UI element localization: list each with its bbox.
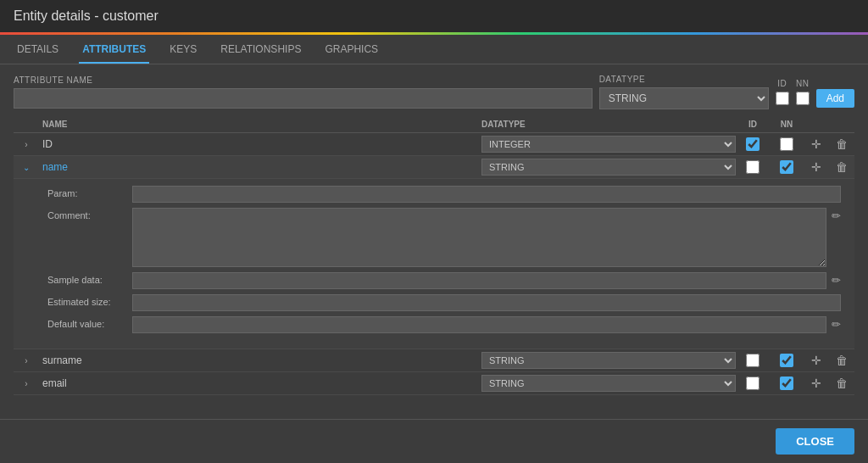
name-col-name: name	[39, 161, 481, 173]
row-email-nn-checkbox[interactable]	[780, 377, 793, 390]
col-datatype-header: DATATYPE	[481, 120, 736, 129]
expand-col-id: ›	[14, 140, 39, 149]
sample-data-row: Sample data: ✏	[47, 272, 841, 289]
move-btn-name[interactable]: ✛	[810, 159, 823, 176]
estimated-size-input[interactable]	[132, 294, 841, 311]
delete-btn-name[interactable]: 🗑	[834, 159, 849, 176]
nn-cb-email-row	[770, 377, 804, 390]
tab-attributes[interactable]: ATTRIBUTES	[79, 35, 149, 64]
nn-cb-surname-row	[770, 354, 804, 367]
expand-btn-surname[interactable]: ›	[25, 356, 27, 365]
move-btn-id[interactable]: ✛	[810, 136, 823, 153]
tab-keys[interactable]: KEYS	[166, 35, 200, 64]
comment-row: Comment: ✏	[47, 208, 841, 267]
row-name-id-checkbox[interactable]	[746, 160, 760, 174]
expand-col-surname: ›	[14, 356, 39, 365]
close-button[interactable]: CLOSE	[776, 428, 854, 455]
move-btn-surname[interactable]: ✛	[810, 352, 823, 369]
move-col-name: ✛	[804, 159, 829, 176]
tab-details[interactable]: DETAILS	[14, 35, 62, 64]
entity-details-dialog: Entity details - customer DETAILS ATTRIB…	[0, 0, 868, 463]
new-nn-checkbox[interactable]	[796, 92, 810, 105]
datatype-col-id: INTEGER STRING VARCHAR	[481, 136, 736, 153]
expand-panel-name: Param: Comment: ✏ Sample data: ✏ Estimat…	[14, 179, 854, 349]
row-id-id-checkbox[interactable]	[746, 137, 760, 151]
tab-graphics[interactable]: GRAPHICS	[321, 35, 381, 64]
datatype-group: DATATYPE STRING INTEGER VARCHAR BOOLEAN …	[599, 75, 769, 109]
delete-col-name: 🗑	[829, 159, 854, 176]
expand-btn-name[interactable]: ⌄	[23, 163, 30, 172]
add-attribute-button[interactable]: Add	[816, 89, 854, 108]
datatype-col-name: STRING INTEGER VARCHAR	[481, 159, 736, 176]
id-cb-id-row	[736, 137, 770, 151]
dialog-title: Entity details - customer	[0, 0, 868, 32]
row-id-nn-checkbox[interactable]	[780, 137, 793, 151]
col-actions1-header	[804, 120, 829, 129]
delete-btn-surname[interactable]: 🗑	[834, 352, 849, 369]
sample-data-input[interactable]	[132, 272, 826, 289]
estimated-size-row: Estimated size:	[47, 294, 841, 311]
table-row: › ID INTEGER STRING VARCHAR ✛ 🗑	[14, 133, 854, 156]
tabs-container: DETAILS ATTRIBUTES KEYS RELATIONSHIPS GR…	[0, 35, 868, 64]
comment-textarea[interactable]	[132, 208, 826, 267]
table-row: ⌄ name STRING INTEGER VARCHAR ✛ 🗑	[14, 156, 854, 179]
delete-col-surname: 🗑	[829, 352, 854, 369]
tab-relationships[interactable]: RELATIONSHIPS	[217, 35, 304, 64]
expand-btn-email[interactable]: ›	[25, 379, 27, 388]
id-cb-surname-row	[736, 354, 770, 367]
move-btn-email[interactable]: ✛	[810, 375, 823, 392]
name-col-id: ID	[39, 138, 481, 150]
datatype-col-surname: STRING INTEGER	[481, 352, 736, 369]
nn-label-top: NN	[796, 79, 809, 88]
col-nn-header: NN	[770, 120, 804, 129]
datatype-label-top: DATATYPE	[599, 75, 646, 84]
col-expand-header	[14, 120, 39, 129]
id-cb-name-row	[736, 160, 770, 174]
content-area: ATTRIBUTE NAME DATATYPE STRING INTEGER V…	[0, 64, 868, 419]
datatype-col-email: STRING INTEGER	[481, 375, 736, 392]
name-col-surname: surname	[39, 354, 481, 366]
dialog-footer: CLOSE	[0, 419, 868, 463]
name-col-email: email	[39, 377, 481, 389]
attribute-name-input[interactable]	[14, 88, 593, 109]
delete-col-email: 🗑	[829, 375, 854, 392]
param-label: Param:	[47, 186, 132, 198]
delete-btn-id[interactable]: 🗑	[834, 136, 849, 153]
nn-cb-id-row	[770, 137, 804, 151]
delete-col-id: 🗑	[829, 136, 854, 153]
nn-cb-name-row	[770, 160, 804, 174]
row-name-nn-checkbox[interactable]	[780, 160, 793, 174]
param-row: Param:	[47, 186, 841, 203]
expand-btn-id[interactable]: ›	[25, 140, 27, 149]
new-datatype-select[interactable]: STRING INTEGER VARCHAR BOOLEAN DATE FLOA…	[599, 87, 769, 109]
id-group: ID	[776, 79, 789, 105]
move-col-id: ✛	[804, 136, 829, 153]
row-id-datatype-select[interactable]: INTEGER STRING VARCHAR	[481, 136, 736, 153]
new-id-checkbox[interactable]	[776, 92, 789, 105]
row-email-id-checkbox[interactable]	[746, 377, 760, 390]
row-surname-datatype-select[interactable]: STRING INTEGER	[481, 352, 736, 369]
nn-group: NN	[796, 79, 810, 105]
expand-col-name: ⌄	[14, 163, 39, 172]
row-name-datatype-select[interactable]: STRING INTEGER VARCHAR	[481, 159, 736, 176]
param-input[interactable]	[132, 186, 841, 203]
row-surname-nn-checkbox[interactable]	[780, 354, 793, 367]
row-surname-id-checkbox[interactable]	[746, 354, 760, 367]
attr-name-group: ATTRIBUTE NAME	[14, 75, 593, 109]
expand-col-email: ›	[14, 379, 39, 388]
comment-edit-icon[interactable]: ✏	[832, 208, 841, 222]
col-actions2-header	[829, 120, 854, 129]
table-row: › surname STRING INTEGER ✛ 🗑	[14, 349, 854, 372]
delete-btn-email[interactable]: 🗑	[834, 375, 849, 392]
sample-data-edit-icon[interactable]: ✏	[832, 272, 841, 287]
estimated-size-label: Estimated size:	[47, 294, 132, 307]
id-cb-email-row	[736, 377, 770, 390]
move-col-email: ✛	[804, 375, 829, 392]
attribute-name-label: ATTRIBUTE NAME	[14, 75, 92, 85]
default-value-edit-icon[interactable]: ✏	[832, 316, 841, 331]
col-name-header: NAME	[39, 120, 481, 129]
move-col-surname: ✛	[804, 352, 829, 369]
row-email-datatype-select[interactable]: STRING INTEGER	[481, 375, 736, 392]
default-value-input[interactable]	[132, 316, 826, 333]
add-btn-group: X Add	[816, 76, 854, 108]
